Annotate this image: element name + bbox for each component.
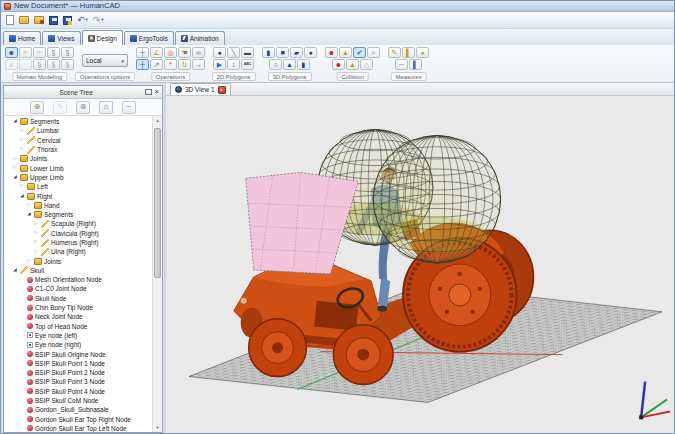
- tree-item-joints[interactable]: ▷Joints: [4, 154, 152, 163]
- expander-icon[interactable]: ▷: [12, 157, 18, 162]
- 3d-canvas[interactable]: [166, 96, 674, 433]
- draw-polyline-button[interactable]: ╲: [227, 47, 240, 58]
- scrollbar-thumb[interactable]: [154, 128, 161, 278]
- tree-item-segments[interactable]: ◢Segments: [4, 117, 152, 126]
- create-box-button[interactable]: ▰: [290, 47, 303, 58]
- tab-home[interactable]: Home: [3, 31, 41, 45]
- tree-item-neck-joint-node[interactable]: Neck Joint Node: [4, 312, 152, 321]
- insert-text-button[interactable]: ABC: [241, 59, 254, 70]
- collision-cloud-button[interactable]: ≈: [367, 47, 380, 58]
- expander-icon[interactable]: ▷: [33, 222, 39, 227]
- tree-item-skull-node[interactable]: Skull Node: [4, 294, 152, 303]
- tree-item-gordon-skull-ear-top-right-node[interactable]: Gordon Skull Ear Top Right Node: [4, 415, 152, 424]
- tree-item-hand[interactable]: ▷Hand: [4, 201, 152, 210]
- human-tool-2-button[interactable]: ☜: [19, 59, 32, 70]
- collision-warning-alt-button[interactable]: ▲: [346, 59, 359, 70]
- save-button[interactable]: [48, 13, 59, 27]
- create-cylinder-button[interactable]: ▮: [262, 47, 275, 58]
- collision-off-button[interactable]: △: [360, 59, 373, 70]
- collision-warning-button[interactable]: ▲: [339, 47, 352, 58]
- tree-item-bsip-skull-point-2-node[interactable]: BSIP Skull Point 2 Node: [4, 368, 152, 377]
- tab-ergotools[interactable]: ErgoTools: [124, 31, 174, 45]
- hand-pose-right-button[interactable]: ☞: [33, 47, 46, 58]
- tree-item-cervical[interactable]: ▷Cervical: [4, 136, 152, 145]
- home-view-button[interactable]: ⌂: [99, 101, 113, 114]
- expander-icon[interactable]: ◢: [19, 194, 25, 199]
- expander-icon[interactable]: ◢: [26, 212, 32, 217]
- file-preview-button[interactable]: [33, 13, 45, 27]
- move-button[interactable]: ┼: [136, 59, 149, 70]
- tree-item-clavicula-right-[interactable]: ▷Clavicula (Right): [4, 229, 152, 238]
- measure-angle-button[interactable]: ∠: [150, 47, 163, 58]
- tree-item-eye-node-right-[interactable]: Eye node (right): [4, 340, 152, 349]
- title-bar[interactable]: New Document* — HumanCAD: [1, 1, 674, 12]
- measure-tape-button[interactable]: ●: [416, 47, 429, 58]
- move-to-button[interactable]: ↗: [150, 59, 163, 70]
- measure-distance-button[interactable]: ─: [395, 59, 408, 70]
- measure-height-button[interactable]: ▌: [409, 59, 422, 70]
- rotate-button[interactable]: ↻: [178, 59, 191, 70]
- expander-icon[interactable]: ◢: [12, 268, 18, 273]
- tree-item-mesh-orientation-node[interactable]: Mesh Orientation Node: [4, 275, 152, 284]
- tree-item-right[interactable]: ◢Right: [4, 191, 152, 200]
- tree-item-lower-limb[interactable]: ▷Lower Limb: [4, 163, 152, 172]
- tree-item-segments[interactable]: ◢Segments: [4, 210, 152, 219]
- tree-item-thorax[interactable]: ▷Thorax: [4, 145, 152, 154]
- create-torus-button[interactable]: ○: [269, 59, 282, 70]
- expander-icon[interactable]: ▷: [33, 240, 39, 245]
- tab-views[interactable]: Views: [42, 31, 80, 45]
- target-button[interactable]: ◎: [164, 47, 177, 58]
- redo-button[interactable]: ↷▾: [92, 13, 105, 27]
- grab-button[interactable]: ☚: [178, 47, 191, 58]
- save-as-button[interactable]: [62, 13, 73, 27]
- expander-icon[interactable]: ▷: [19, 138, 25, 143]
- tree-item-skull[interactable]: ◢Skull: [4, 266, 152, 275]
- tree-item-scapula-right-[interactable]: ▷Scapula (Right): [4, 219, 152, 228]
- expander-icon[interactable]: ▷: [12, 166, 18, 171]
- draw-dimension-button[interactable]: ↕: [227, 59, 240, 70]
- tree-item-bsip-skull-point-4-node[interactable]: BSIP Skull Point 4 Node: [4, 387, 152, 396]
- float-panel-icon[interactable]: [145, 89, 152, 95]
- tree-item-joints[interactable]: ▷Joints: [4, 256, 152, 265]
- tree-item-chin-bony-tip-node[interactable]: Chin Bony Tip Node: [4, 303, 152, 312]
- scene-tree-titlebar[interactable]: Scene Tree: [4, 86, 162, 99]
- tree-item-c1-c0-joint-node[interactable]: C1-C0 Joint Node: [4, 284, 152, 293]
- delete-node-button[interactable]: ⊗: [76, 101, 90, 114]
- tree-item-bsip-skull-origine-node[interactable]: BSIP Skull Origine Node: [4, 349, 152, 358]
- draw-rectangle-button[interactable]: ▬: [241, 47, 254, 58]
- expander-icon[interactable]: ◢: [12, 119, 18, 124]
- explode-button[interactable]: *: [164, 59, 177, 70]
- show-axes-button[interactable]: ┼: [136, 47, 149, 58]
- reach-envelope-2[interactable]: [373, 136, 500, 263]
- tree-item-bsip-skull-point-1-node[interactable]: BSIP Skull Point 1 Node: [4, 359, 152, 368]
- translate-button[interactable]: →: [192, 59, 205, 70]
- draw-triangle-button[interactable]: ▶: [213, 59, 226, 70]
- tree-item-lumbar[interactable]: ▷Lumbar: [4, 126, 152, 135]
- expander-icon[interactable]: ▷: [19, 184, 25, 189]
- collapse-all-button[interactable]: −: [122, 101, 136, 114]
- edit-node-button[interactable]: ✎: [53, 101, 67, 114]
- link-objects-button[interactable]: ∞: [192, 47, 205, 58]
- measure-ruler-button[interactable]: ▌: [402, 47, 415, 58]
- create-human-button[interactable]: ☻: [5, 47, 18, 58]
- tree-item-ulna-right-[interactable]: ▷Ulna (Right): [4, 247, 152, 256]
- measure-pencil-button[interactable]: ✎: [388, 47, 401, 58]
- create-sphere-button[interactable]: ●: [304, 47, 317, 58]
- create-cone-button[interactable]: ▲: [283, 59, 296, 70]
- anthropometry-button[interactable]: §: [61, 47, 74, 58]
- posture-load-button[interactable]: §: [47, 59, 60, 70]
- tree-item-bsip-skull-com-node[interactable]: BSIP Skull CoM Node: [4, 396, 152, 405]
- tab-animation[interactable]: Animation: [175, 31, 225, 45]
- tree-item-top-of-head-node[interactable]: Top of Head Node: [4, 322, 152, 331]
- tab-design[interactable]: Design: [82, 30, 123, 45]
- create-prism-button[interactable]: ▮: [297, 59, 310, 70]
- posture-library-button[interactable]: §: [47, 47, 60, 58]
- tree-item-left[interactable]: ▷Left: [4, 182, 152, 191]
- open-document-button[interactable]: [18, 13, 30, 27]
- scene-tree-scrollbar[interactable]: ▲ ▼: [152, 116, 162, 432]
- tree-item-humerus-right-[interactable]: ▷Humerus (Right): [4, 238, 152, 247]
- collision-human-alt-button[interactable]: ☻: [332, 59, 345, 70]
- close-view-icon[interactable]: [218, 86, 226, 94]
- undo-button[interactable]: ↶▾: [76, 13, 89, 27]
- expander-icon[interactable]: ▷: [26, 259, 32, 264]
